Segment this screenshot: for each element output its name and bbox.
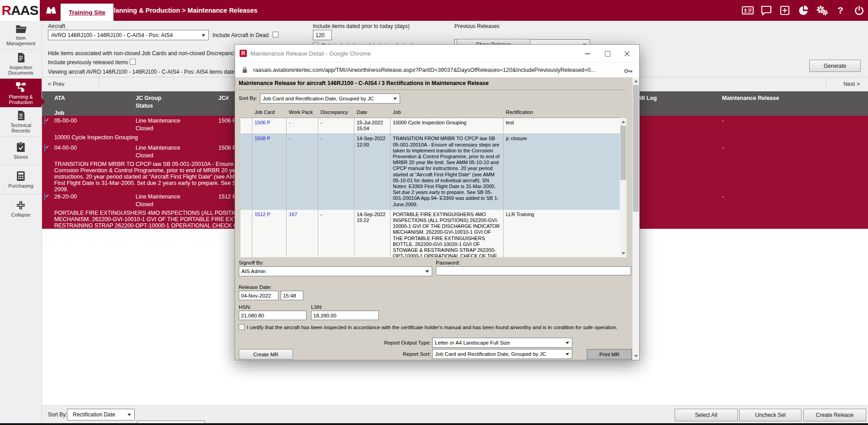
aircraft-label: Aircraft (48, 23, 65, 29)
popup-url-bar[interactable]: raasais.aviationintertec.com/app/TMI/Air… (235, 62, 639, 78)
job-card-link[interactable]: 1508 P (255, 136, 270, 141)
next-button[interactable]: Next > (844, 81, 860, 87)
uncheck-sel-button[interactable]: Uncheck Sel (739, 409, 802, 421)
cell-status: Closed (136, 125, 153, 132)
include-dead-checkbox[interactable] (273, 32, 278, 38)
cell-maintenance-release: - (722, 194, 724, 200)
maintenance-release-detail-popup: R Maintenance Release Detail - Google Ch… (235, 44, 640, 360)
include-prev-checkbox[interactable] (130, 59, 136, 65)
include-dead-label: Include Aircraft in Dead (212, 32, 269, 38)
signoff-by-select[interactable]: AIS Admin (239, 266, 432, 276)
release-date-input[interactable]: 04-Nov-2022 (239, 291, 278, 300)
release-date-label: Release Date: (239, 284, 272, 290)
print-mr-button[interactable]: Print MR (587, 349, 632, 359)
sidebar-item-label: Management (6, 41, 35, 46)
popup-table-body: 1506 P - - 15-Jul-2022 15:04 10000 Cycle… (241, 118, 620, 257)
job-card-link[interactable]: 1512 P (255, 212, 270, 217)
document-icon (17, 52, 25, 63)
create-mr-button[interactable]: Create MR (239, 349, 293, 359)
report-sort-label: Report Sort: (326, 351, 431, 357)
col-status: Status (136, 103, 153, 109)
settings-gears-icon[interactable] (812, 0, 831, 21)
minimize-icon[interactable] (580, 48, 594, 59)
job-card-link[interactable]: 1506 P (255, 120, 270, 125)
select-all-button[interactable]: Select All (675, 409, 738, 421)
sidebar-item-item-management[interactable]: Item Management (0, 21, 42, 50)
password-label: Password: (436, 260, 460, 265)
lock-icon (242, 66, 247, 75)
hsn-input[interactable]: 21,080.80 (239, 311, 307, 320)
sidebar-item-label: Item (16, 35, 25, 41)
row-checkbox[interactable] (44, 117, 45, 124)
popup-url[interactable]: raasais.aviationintertec.com/app/TMI/Air… (253, 62, 595, 78)
cell-job: TRANSITION FROM MRBR TO CPCP iaw SB 05-0… (391, 134, 504, 209)
col-job: Job (391, 109, 504, 115)
cell-work-pack: - (287, 134, 318, 209)
add-window-icon[interactable] (775, 0, 794, 21)
help-icon[interactable]: ? (831, 0, 849, 21)
popup-title-bar[interactable]: R Maintenance Release Detail - Google Ch… (235, 45, 639, 62)
logout-power-icon[interactable] (849, 0, 868, 21)
work-pack-link[interactable]: 167 (289, 212, 297, 217)
cell-job-line: 10000 Cycle Inspection Grouping (54, 134, 138, 141)
sidebar-item-label: Inspection (9, 65, 32, 70)
cell-jc-num: 1512 P (218, 194, 236, 200)
aircraft-select[interactable]: AVRO 146RJ100 - 146RJ100 - C-AIS4 - Pos:… (48, 30, 209, 40)
days-prior-input[interactable]: 120 (313, 30, 332, 40)
row-checkbox[interactable] (44, 193, 45, 200)
clipboard-check-icon (16, 142, 25, 152)
key-icon[interactable] (624, 67, 633, 76)
cell-ata: 04-00-00 (54, 145, 77, 151)
table-scrollbar[interactable] (620, 118, 627, 257)
sidebar-collapse-button[interactable]: Collapse (0, 194, 42, 223)
popup-scrollbar[interactable] (632, 77, 639, 360)
pie-chart-icon[interactable] (794, 0, 812, 21)
app-header: RAAS Training Site Planning & Production… (0, 0, 868, 21)
col-date: Date (354, 109, 391, 115)
col-jc-group: JC Group (136, 95, 161, 101)
col-job: Job (54, 110, 64, 116)
table-row[interactable]: 1508 P - - 14-Sep-2022 12:00 TRANSITION … (241, 134, 620, 209)
bottom-bar: Sort By: Rectification Date Select All U… (42, 405, 868, 424)
certify-checkbox[interactable] (239, 324, 245, 330)
logo-letters-aas: AAS (11, 3, 38, 18)
cell-job-line: TRANSITION FROM MRBR TO CPCP iaw SB 05-0… (54, 161, 249, 167)
sidebar-item-stores[interactable]: Stores (0, 137, 42, 165)
header-icon-bar: ? (738, 0, 868, 21)
cell-job-line: instructions. 20 year period started at … (54, 174, 239, 180)
logo-letter-r: R (1, 3, 11, 18)
sidebar-item-inspection-documents[interactable]: Inspection Documents (0, 50, 42, 79)
idcard-icon[interactable] (738, 0, 757, 21)
report-output-type-select[interactable]: Letter or A4 Landscape Full Size (432, 338, 572, 348)
close-icon[interactable] (620, 48, 634, 59)
sidebar-item-label: Planning & (9, 94, 33, 99)
password-input[interactable] (436, 266, 631, 275)
popup-window-title: Maintenance Release Detail - Google Chro… (250, 45, 371, 62)
table-row[interactable]: 1506 P - - 15-Jul-2022 15:04 10000 Cycle… (241, 118, 620, 134)
include-prev-label: Include previously released items (48, 59, 128, 66)
create-release-button[interactable]: Create Release (803, 409, 866, 421)
popup-sort-by-select[interactable]: Job Card and Rectification Date, Grouped… (260, 94, 400, 104)
sidebar-item-label: Stores (14, 154, 28, 160)
sort-select-1[interactable]: Rectification Date (67, 409, 135, 420)
sidebar-item-planning-production[interactable]: Planning & Production (0, 79, 42, 108)
sidebar-item-label: Production (9, 99, 33, 105)
lsn-input[interactable]: 18,390.00 (311, 311, 379, 320)
tab-training-site[interactable]: Training Site (61, 4, 113, 21)
row-checkbox[interactable] (44, 144, 45, 151)
col-rectification: Rectification (504, 109, 620, 115)
feedback-chat-icon[interactable] (757, 0, 775, 21)
prev-button[interactable]: < Prev (48, 81, 64, 87)
release-time-input[interactable]: 15:48 (281, 291, 303, 300)
cell-job: 10000 Cycle Inspection Grouping (391, 118, 504, 133)
sitemap-icon (15, 81, 27, 92)
table-row[interactable]: 1512 P 167 - 14-Sep-2022 15:22 PORTABLE … (241, 210, 620, 257)
certify-label: I certify that the aircraft has been ins… (247, 324, 628, 331)
sidebar-item-technical-records[interactable]: Technical Records (0, 108, 42, 137)
breadcrumb: Planning & Production > Maintenance Rele… (109, 0, 258, 21)
generate-button[interactable]: Generate (809, 60, 861, 72)
sidebar-item-purchasing[interactable]: Purchasing (0, 165, 42, 194)
maximize-icon[interactable] (601, 48, 614, 59)
record-document-icon (17, 110, 25, 121)
report-sort-select[interactable]: Job Card and Rectification Date, Grouped… (432, 349, 572, 359)
